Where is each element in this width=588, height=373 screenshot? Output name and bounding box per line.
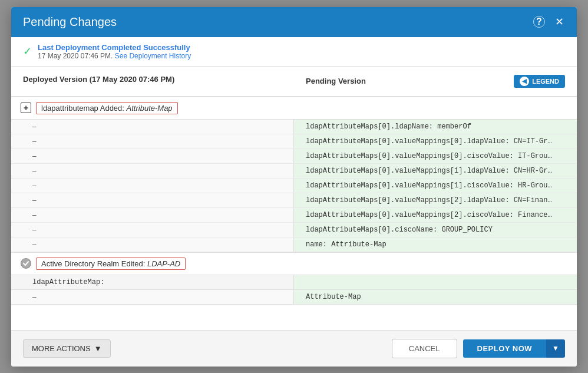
modal-header-icons: ? ✕ [533, 16, 565, 28]
table-row: – ldapAttributeMaps[0].valueMappings[0].… [11, 149, 577, 164]
section-ldap: + ldapattributemap Added: Attribute-Map … [11, 97, 577, 253]
modal-title: Pending Changes [23, 15, 117, 29]
table-row: – ldapAttributeMaps[0].valueMappings[0].… [11, 134, 577, 149]
table-row: – ldapAttributeMaps[0].ldapName: memberO… [11, 120, 577, 134]
scroll-container[interactable]: + ldapattributemap Added: Attribute-Map … [11, 97, 577, 330]
deployment-history-link[interactable]: See Deployment History [115, 52, 191, 60]
table-row: ldapAttributeMap: [11, 275, 577, 290]
success-check-icon: ✓ [23, 45, 32, 58]
chevron-down-icon: ▼ [94, 344, 102, 353]
pending-col-header: Pending Version ◀ LEGEND [294, 71, 577, 91]
content-area: Deployed Version (17 May 2020 07:46 PM) … [11, 67, 577, 330]
section-ad-title: Active Directory Realm Edited: LDAP-AD [36, 258, 186, 270]
success-title: Last Deployment Completed Successfully [38, 43, 191, 52]
section-ldap-rows: – ldapAttributeMaps[0].ldapName: memberO… [11, 120, 577, 252]
table-row: – ldapAttributeMaps[0].ciscoName: GROUP_… [11, 223, 577, 237]
table-row: – ldapAttributeMaps[0].valueMappings[2].… [11, 193, 577, 208]
deploy-dropdown-button[interactable]: ▼ [546, 339, 565, 358]
table-row: – ldapAttributeMaps[0].valueMappings[1].… [11, 179, 577, 193]
modal-overlay: Pending Changes ? ✕ ✓ Last Deployment Co… [0, 0, 588, 373]
section-ad-header: Active Directory Realm Edited: LDAP-AD [11, 253, 577, 275]
deploy-button-group: DEPLOY NOW ▼ [463, 339, 566, 358]
section-expand-button[interactable]: + [21, 103, 31, 113]
modal-header: Pending Changes ? ✕ [11, 7, 577, 37]
help-icon[interactable]: ? [533, 16, 545, 28]
cancel-button[interactable]: CANCEL [392, 339, 457, 358]
table-row: – ldapAttributeMaps[0].valueMappings[2].… [11, 208, 577, 223]
table-row: – Attribute-Map [11, 290, 577, 305]
table-row: – name: Attribute-Map [11, 237, 577, 252]
section-ad-rows: ldapAttributeMap: – Attribute-Map [11, 275, 577, 305]
section-ad: Active Directory Realm Edited: LDAP-AD l… [11, 253, 577, 305]
section-status-icon [21, 258, 31, 269]
close-icon[interactable]: ✕ [553, 16, 565, 28]
table-row: – ldapAttributeMaps[0].valueMappings[1].… [11, 164, 577, 179]
more-actions-button[interactable]: MORE ACTIONS ▼ [23, 339, 111, 358]
pending-changes-modal: Pending Changes ? ✕ ✓ Last Deployment Co… [11, 7, 577, 367]
deployed-col-header: Deployed Version (17 May 2020 07:46 PM) [11, 71, 294, 91]
footer: MORE ACTIONS ▼ CANCEL DEPLOY NOW ▼ [11, 330, 577, 367]
success-bar: ✓ Last Deployment Completed Successfully… [11, 37, 577, 67]
section-ldap-header: + ldapattributemap Added: Attribute-Map [11, 97, 577, 120]
success-subtitle: 17 May 2020 07:46 PM. See Deployment His… [38, 52, 191, 60]
footer-right: CANCEL DEPLOY NOW ▼ [392, 339, 565, 358]
deploy-now-button[interactable]: DEPLOY NOW [463, 339, 547, 358]
svg-point-0 [21, 259, 31, 268]
deploy-arrow-icon: ▼ [552, 344, 559, 352]
section-ldap-title: ldapattributemap Added: Attribute-Map [36, 102, 178, 114]
success-text: Last Deployment Completed Successfully 1… [38, 43, 191, 60]
legend-icon: ◀ [520, 77, 529, 86]
legend-button[interactable]: ◀ LEGEND [514, 75, 565, 88]
table-header: Deployed Version (17 May 2020 07:46 PM) … [11, 67, 577, 97]
